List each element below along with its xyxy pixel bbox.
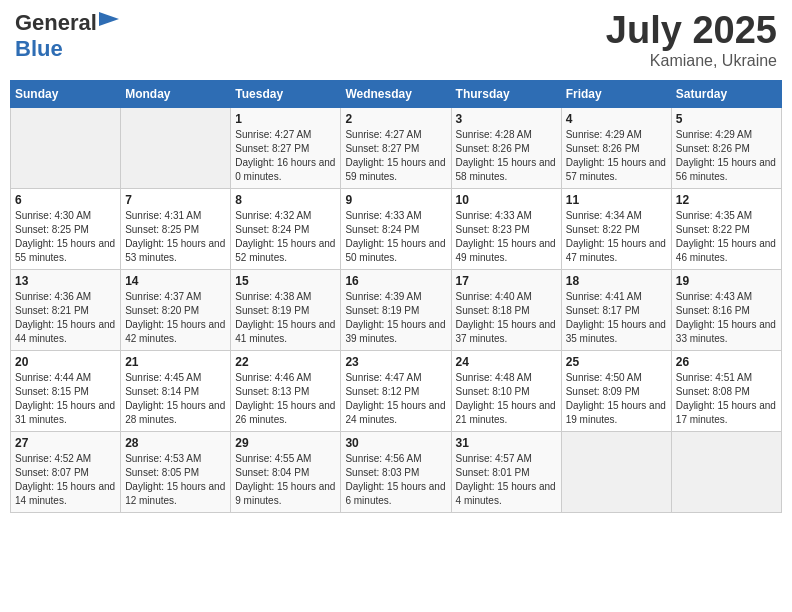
day-number: 20: [15, 355, 116, 369]
day-info: Sunrise: 4:38 AMSunset: 8:19 PMDaylight:…: [235, 290, 336, 346]
calendar-cell: 22Sunrise: 4:46 AMSunset: 8:13 PMDayligh…: [231, 350, 341, 431]
day-number: 27: [15, 436, 116, 450]
calendar-cell: [561, 431, 671, 512]
calendar-cell: 9Sunrise: 4:33 AMSunset: 8:24 PMDaylight…: [341, 188, 451, 269]
calendar-cell: 31Sunrise: 4:57 AMSunset: 8:01 PMDayligh…: [451, 431, 561, 512]
day-number: 22: [235, 355, 336, 369]
day-info: Sunrise: 4:55 AMSunset: 8:04 PMDaylight:…: [235, 452, 336, 508]
day-info: Sunrise: 4:56 AMSunset: 8:03 PMDaylight:…: [345, 452, 446, 508]
calendar-header: SundayMondayTuesdayWednesdayThursdayFrid…: [11, 80, 782, 107]
day-number: 29: [235, 436, 336, 450]
calendar-cell: 8Sunrise: 4:32 AMSunset: 8:24 PMDaylight…: [231, 188, 341, 269]
calendar-cell: 13Sunrise: 4:36 AMSunset: 8:21 PMDayligh…: [11, 269, 121, 350]
day-info: Sunrise: 4:52 AMSunset: 8:07 PMDaylight:…: [15, 452, 116, 508]
calendar-cell: 11Sunrise: 4:34 AMSunset: 8:22 PMDayligh…: [561, 188, 671, 269]
calendar-cell: 7Sunrise: 4:31 AMSunset: 8:25 PMDaylight…: [121, 188, 231, 269]
day-number: 17: [456, 274, 557, 288]
calendar-cell: [121, 107, 231, 188]
day-number: 15: [235, 274, 336, 288]
day-info: Sunrise: 4:34 AMSunset: 8:22 PMDaylight:…: [566, 209, 667, 265]
calendar-cell: 12Sunrise: 4:35 AMSunset: 8:22 PMDayligh…: [671, 188, 781, 269]
day-info: Sunrise: 4:44 AMSunset: 8:15 PMDaylight:…: [15, 371, 116, 427]
day-info: Sunrise: 4:30 AMSunset: 8:25 PMDaylight:…: [15, 209, 116, 265]
day-info: Sunrise: 4:27 AMSunset: 8:27 PMDaylight:…: [235, 128, 336, 184]
day-info: Sunrise: 4:28 AMSunset: 8:26 PMDaylight:…: [456, 128, 557, 184]
calendar-cell: 25Sunrise: 4:50 AMSunset: 8:09 PMDayligh…: [561, 350, 671, 431]
day-info: Sunrise: 4:45 AMSunset: 8:14 PMDaylight:…: [125, 371, 226, 427]
calendar-cell: 14Sunrise: 4:37 AMSunset: 8:20 PMDayligh…: [121, 269, 231, 350]
day-number: 9: [345, 193, 446, 207]
weekday-header: Wednesday: [341, 80, 451, 107]
day-number: 28: [125, 436, 226, 450]
calendar-cell: 6Sunrise: 4:30 AMSunset: 8:25 PMDaylight…: [11, 188, 121, 269]
calendar-cell: 23Sunrise: 4:47 AMSunset: 8:12 PMDayligh…: [341, 350, 451, 431]
svg-marker-0: [99, 12, 119, 26]
day-number: 12: [676, 193, 777, 207]
calendar-body: 1Sunrise: 4:27 AMSunset: 8:27 PMDaylight…: [11, 107, 782, 512]
calendar-cell: 30Sunrise: 4:56 AMSunset: 8:03 PMDayligh…: [341, 431, 451, 512]
calendar-cell: 20Sunrise: 4:44 AMSunset: 8:15 PMDayligh…: [11, 350, 121, 431]
month-title: July 2025: [606, 10, 777, 52]
day-number: 8: [235, 193, 336, 207]
page-header: General Blue July 2025 Kamiane, Ukraine: [10, 10, 782, 70]
calendar-cell: 28Sunrise: 4:53 AMSunset: 8:05 PMDayligh…: [121, 431, 231, 512]
day-info: Sunrise: 4:35 AMSunset: 8:22 PMDaylight:…: [676, 209, 777, 265]
day-info: Sunrise: 4:32 AMSunset: 8:24 PMDaylight:…: [235, 209, 336, 265]
day-info: Sunrise: 4:43 AMSunset: 8:16 PMDaylight:…: [676, 290, 777, 346]
day-info: Sunrise: 4:39 AMSunset: 8:19 PMDaylight:…: [345, 290, 446, 346]
day-number: 30: [345, 436, 446, 450]
calendar-cell: 5Sunrise: 4:29 AMSunset: 8:26 PMDaylight…: [671, 107, 781, 188]
day-info: Sunrise: 4:57 AMSunset: 8:01 PMDaylight:…: [456, 452, 557, 508]
day-number: 11: [566, 193, 667, 207]
day-info: Sunrise: 4:31 AMSunset: 8:25 PMDaylight:…: [125, 209, 226, 265]
day-info: Sunrise: 4:53 AMSunset: 8:05 PMDaylight:…: [125, 452, 226, 508]
day-number: 24: [456, 355, 557, 369]
calendar-cell: 21Sunrise: 4:45 AMSunset: 8:14 PMDayligh…: [121, 350, 231, 431]
day-info: Sunrise: 4:50 AMSunset: 8:09 PMDaylight:…: [566, 371, 667, 427]
day-info: Sunrise: 4:36 AMSunset: 8:21 PMDaylight:…: [15, 290, 116, 346]
calendar-cell: 24Sunrise: 4:48 AMSunset: 8:10 PMDayligh…: [451, 350, 561, 431]
day-info: Sunrise: 4:41 AMSunset: 8:17 PMDaylight:…: [566, 290, 667, 346]
day-number: 14: [125, 274, 226, 288]
day-info: Sunrise: 4:48 AMSunset: 8:10 PMDaylight:…: [456, 371, 557, 427]
day-number: 16: [345, 274, 446, 288]
calendar-table: SundayMondayTuesdayWednesdayThursdayFrid…: [10, 80, 782, 513]
weekday-header: Monday: [121, 80, 231, 107]
calendar-cell: 3Sunrise: 4:28 AMSunset: 8:26 PMDaylight…: [451, 107, 561, 188]
day-info: Sunrise: 4:29 AMSunset: 8:26 PMDaylight:…: [566, 128, 667, 184]
day-number: 7: [125, 193, 226, 207]
day-number: 6: [15, 193, 116, 207]
day-number: 19: [676, 274, 777, 288]
calendar-cell: 17Sunrise: 4:40 AMSunset: 8:18 PMDayligh…: [451, 269, 561, 350]
day-info: Sunrise: 4:27 AMSunset: 8:27 PMDaylight:…: [345, 128, 446, 184]
calendar-cell: [11, 107, 121, 188]
logo: General Blue: [15, 10, 119, 62]
day-number: 3: [456, 112, 557, 126]
calendar-cell: 2Sunrise: 4:27 AMSunset: 8:27 PMDaylight…: [341, 107, 451, 188]
weekday-header: Friday: [561, 80, 671, 107]
day-info: Sunrise: 4:40 AMSunset: 8:18 PMDaylight:…: [456, 290, 557, 346]
weekday-header: Sunday: [11, 80, 121, 107]
day-number: 26: [676, 355, 777, 369]
day-number: 18: [566, 274, 667, 288]
day-number: 10: [456, 193, 557, 207]
day-number: 23: [345, 355, 446, 369]
day-number: 5: [676, 112, 777, 126]
calendar-cell: [671, 431, 781, 512]
day-info: Sunrise: 4:37 AMSunset: 8:20 PMDaylight:…: [125, 290, 226, 346]
day-number: 21: [125, 355, 226, 369]
day-number: 13: [15, 274, 116, 288]
calendar-cell: 15Sunrise: 4:38 AMSunset: 8:19 PMDayligh…: [231, 269, 341, 350]
day-info: Sunrise: 4:46 AMSunset: 8:13 PMDaylight:…: [235, 371, 336, 427]
day-info: Sunrise: 4:33 AMSunset: 8:23 PMDaylight:…: [456, 209, 557, 265]
calendar-cell: 29Sunrise: 4:55 AMSunset: 8:04 PMDayligh…: [231, 431, 341, 512]
weekday-header: Tuesday: [231, 80, 341, 107]
day-number: 1: [235, 112, 336, 126]
location-text: Kamiane, Ukraine: [606, 52, 777, 70]
day-number: 4: [566, 112, 667, 126]
calendar-cell: 10Sunrise: 4:33 AMSunset: 8:23 PMDayligh…: [451, 188, 561, 269]
day-info: Sunrise: 4:29 AMSunset: 8:26 PMDaylight:…: [676, 128, 777, 184]
title-section: July 2025 Kamiane, Ukraine: [606, 10, 777, 70]
day-info: Sunrise: 4:33 AMSunset: 8:24 PMDaylight:…: [345, 209, 446, 265]
calendar-cell: 18Sunrise: 4:41 AMSunset: 8:17 PMDayligh…: [561, 269, 671, 350]
